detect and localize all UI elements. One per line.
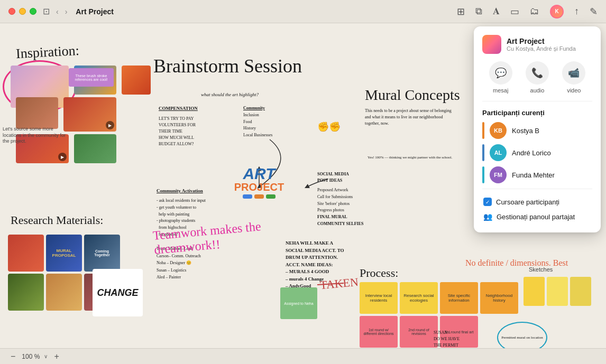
zoom-level-label: 100 %: [22, 353, 40, 360]
sketch-3[interactable]: [570, 277, 591, 306]
brainstorm-title: Brainstorm Session: [153, 55, 302, 77]
sticky-research[interactable]: Research social ecologies: [400, 282, 438, 314]
brush-blue: [243, 194, 252, 199]
back-arrow-icon[interactable]: ‹: [54, 6, 61, 17]
mural-concepts-text: This needs to be a project about sense o…: [365, 108, 455, 127]
sticky-assigned-text: Assigned to Neha: [282, 300, 315, 307]
change-text: CHANGE: [95, 286, 140, 300]
message-icon: 💬: [489, 61, 512, 85]
social-media-body: Proposed Artwork Call for Submissions Si…: [317, 187, 391, 228]
compensation-header: COMPENSATION: [159, 105, 233, 112]
message-label: mesaj: [493, 87, 508, 94]
green-image[interactable]: [74, 134, 116, 163]
sketch-1[interactable]: [524, 277, 545, 306]
kostya-avatar: KB: [490, 122, 507, 139]
traffic-lights: [8, 8, 36, 15]
funda-name: Funda Mehter: [512, 171, 592, 179]
action-buttons: 💬 mesaj 📞 audio 📹 video: [482, 61, 592, 101]
oval-text: Permitted mural on location: [498, 332, 546, 343]
forward-arrow-icon[interactable]: ›: [63, 6, 70, 17]
title-bar: ⊡ ‹ › Art Project ⊞ ⧉ 𝐀 ▭ 🗂 K ↑ ✎: [0, 0, 606, 23]
audio-label: audio: [530, 87, 545, 94]
table-icon[interactable]: ⊞: [457, 6, 465, 17]
video-button[interactable]: 📹 video: [562, 61, 585, 94]
participants-section-title: Participanți curenți: [482, 109, 592, 117]
page-title: Art Project: [76, 7, 457, 16]
social-media-header: SOCIAL MEDIAPOST IDEAS: [317, 171, 391, 184]
avatar[interactable]: K: [550, 5, 564, 18]
close-button[interactable]: [8, 8, 15, 15]
process-label: Process:: [360, 266, 398, 280]
sticky-interview[interactable]: Interview local residents: [360, 282, 398, 314]
audio-icon: 📞: [526, 61, 549, 85]
art-text: ART: [227, 166, 291, 182]
project-text: PROJECT: [227, 182, 291, 192]
panel-title-block: Art Project Cu Kostya, André și Funda: [507, 37, 576, 52]
change-box[interactable]: CHANGE: [93, 269, 143, 316]
edit-icon[interactable]: ✎: [590, 6, 598, 17]
sidebar-toggle-icon[interactable]: ⊡: [43, 6, 50, 16]
bottom-bar: − 100 % ∨ +: [0, 348, 606, 364]
sticky-neighborhood[interactable]: Neighborhood history: [480, 282, 518, 314]
media-icon[interactable]: ▭: [510, 6, 519, 17]
andre-avatar: AL: [490, 144, 507, 161]
research-label: Research Materials:: [11, 213, 103, 227]
participant-funda: FM Funda Mehter: [482, 166, 592, 183]
gestionati-menu-item[interactable]: 👥 Gestionați panoul partajat: [482, 209, 592, 224]
community-list: Community Inclusion Food History Local B…: [243, 105, 312, 139]
research-image-4[interactable]: [8, 274, 44, 311]
sketch-2[interactable]: [547, 277, 568, 306]
compensation-body: LET'S TRY TO PAY VOLUNTEERS FOR THEIR TI…: [159, 116, 233, 147]
zoom-plus-button[interactable]: +: [52, 352, 61, 361]
sticky-1st-round[interactable]: 1st round w/ different directions: [360, 316, 398, 348]
video-label: video: [567, 87, 581, 94]
folder-icon[interactable]: 🗂: [530, 6, 539, 17]
sticky-site[interactable]: Site specific information: [440, 282, 478, 314]
gestionati-label: Gestionați panoul partajat: [497, 213, 575, 221]
sketches-label: Sketches: [529, 266, 553, 273]
sketches-boxes: [524, 277, 591, 306]
divider: [482, 189, 592, 189]
audio-button[interactable]: 📞 audio: [526, 61, 549, 94]
text-icon[interactable]: 𝐀: [493, 6, 500, 17]
research-image-1[interactable]: [8, 235, 44, 272]
minimize-button[interactable]: [19, 8, 26, 15]
participant-kostya: KB Kostya B: [482, 122, 592, 139]
andre-name: André Lorico: [512, 149, 592, 157]
panel-avatar: [482, 35, 501, 54]
permitted-oval: Permitted mural on location: [497, 322, 547, 348]
zoom-minus-button[interactable]: −: [8, 352, 17, 361]
texture-image[interactable]: [16, 97, 58, 129]
checkbox-checked-icon: ✓: [483, 198, 492, 206]
inspiration-label: Inspiration:: [15, 43, 79, 62]
what-highlight-note: what should the art highlight?: [201, 92, 259, 97]
research-image-5[interactable]: [46, 274, 82, 311]
paint-brushes: [227, 194, 291, 199]
cursoare-menu-item[interactable]: ✓ Cursoare participanți: [482, 194, 592, 209]
emoji-fists: ✊✊: [317, 121, 341, 133]
sticky-note-purple[interactable]: These brush stroke references are cool!: [69, 68, 114, 87]
sticky-assigned[interactable]: Assigned to Neha: [280, 287, 317, 319]
fullscreen-button[interactable]: [30, 8, 36, 15]
inspiration-images: These brush stroke references are cool! …: [11, 66, 153, 171]
panel-subtitle: Cu Kostya, André și Funda: [507, 45, 576, 52]
participant-andre: AL André Lorico: [482, 144, 592, 161]
street-image[interactable]: ▶: [63, 97, 116, 132]
sticky-2nd-round[interactable]: 2nd round of revisions: [400, 316, 438, 348]
participants-panel: Art Project Cu Kostya, André și Funda 💬 …: [474, 26, 601, 232]
toolbar: ⊞ ⧉ 𝐀 ▭ 🗂 K ↑ ✎: [457, 5, 598, 18]
research-image-3[interactable]: ComingTogether: [84, 235, 120, 272]
funda-indicator: [482, 166, 484, 183]
orange-image[interactable]: [122, 66, 151, 95]
brush-green: [266, 194, 276, 199]
duplicate-icon[interactable]: ⧉: [475, 6, 482, 17]
mural-concepts-label: Mural Concepts: [365, 87, 460, 104]
panel-header: Art Project Cu Kostya, André și Funda: [482, 35, 592, 54]
cursoare-label: Cursoare participanți: [496, 198, 559, 206]
message-button[interactable]: 💬 mesaj: [489, 61, 512, 94]
research-image-2[interactable]: MURALPROPOSAL: [46, 235, 82, 272]
person-icon: 👥: [483, 212, 492, 221]
zoom-chevron-icon[interactable]: ∨: [44, 353, 48, 359]
susan-note: SUSAN –DO WE HAVETHE PERMITPAPERWORK?: [434, 330, 508, 348]
share-icon[interactable]: ↑: [574, 6, 579, 17]
